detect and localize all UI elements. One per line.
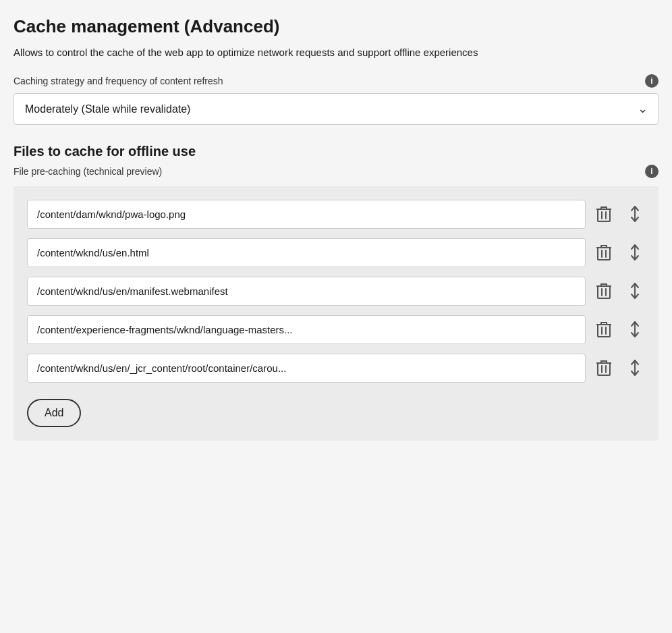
- page-title: Cache management (Advanced): [13, 16, 659, 37]
- svg-rect-1: [598, 248, 610, 260]
- file-row: [27, 277, 645, 306]
- reorder-button-2[interactable]: [625, 279, 645, 302]
- page-description: Allows to control the cache of the web a…: [13, 45, 659, 61]
- reorder-button-0[interactable]: [625, 202, 645, 225]
- sort-icon: [627, 244, 642, 261]
- files-section-title: Files to cache for offline use: [13, 144, 659, 159]
- add-button[interactable]: Add: [27, 399, 81, 427]
- trash-icon: [596, 321, 611, 338]
- trash-icon: [596, 244, 611, 261]
- svg-rect-0: [598, 209, 610, 221]
- file-row: [27, 238, 645, 267]
- svg-rect-3: [598, 325, 610, 337]
- reorder-button-1[interactable]: [625, 241, 645, 264]
- trash-icon: [596, 359, 611, 377]
- sort-icon: [627, 205, 642, 223]
- delete-button-4[interactable]: [594, 356, 614, 379]
- caching-strategy-info-icon[interactable]: i: [645, 74, 659, 88]
- reorder-button-4[interactable]: [625, 356, 645, 379]
- delete-button-2[interactable]: [594, 279, 614, 302]
- reorder-button-3[interactable]: [625, 318, 645, 341]
- sort-icon: [627, 359, 642, 377]
- file-row: [27, 315, 645, 344]
- file-input-0[interactable]: [27, 200, 586, 229]
- caching-strategy-label: Caching strategy and frequency of conten…: [13, 76, 223, 86]
- trash-icon: [596, 205, 611, 223]
- file-row: [27, 354, 645, 383]
- delete-button-0[interactable]: [594, 202, 614, 225]
- sort-icon: [627, 282, 642, 300]
- caching-strategy-dropdown[interactable]: Moderately (Stale while revalidate) Aggr…: [13, 93, 659, 125]
- file-input-3[interactable]: [27, 315, 586, 344]
- delete-button-1[interactable]: [594, 241, 614, 264]
- file-input-2[interactable]: [27, 277, 586, 306]
- file-input-4[interactable]: [27, 354, 586, 383]
- file-input-1[interactable]: [27, 238, 586, 267]
- file-precaching-info-icon[interactable]: i: [645, 165, 659, 178]
- file-row: [27, 200, 645, 229]
- svg-rect-2: [598, 286, 610, 298]
- sort-icon: [627, 321, 642, 338]
- delete-button-3[interactable]: [594, 318, 614, 341]
- svg-rect-4: [598, 363, 610, 375]
- file-precaching-label: File pre-caching (technical preview): [13, 166, 162, 177]
- files-container: Add: [13, 186, 659, 441]
- trash-icon: [596, 282, 611, 300]
